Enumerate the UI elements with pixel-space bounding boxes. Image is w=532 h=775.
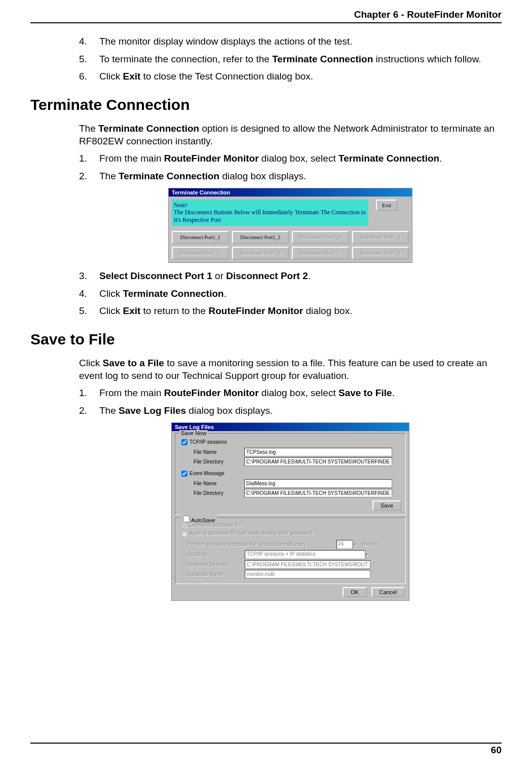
step-text: To terminate the connection, refer to th… xyxy=(99,53,481,66)
section1-steps-b: 3. Select Disconnect Port 1 or Disconnec… xyxy=(79,270,502,318)
disconnect-port-8: Disconnect Port1_8 xyxy=(352,247,409,259)
step-num: 1. xyxy=(79,152,99,165)
event-message-checkbox[interactable] xyxy=(181,471,187,477)
autosave-group: AutoSave Overwrite database file Append … xyxy=(175,517,406,584)
exit-button[interactable]: Exit xyxy=(376,200,397,211)
db-dir-input xyxy=(245,560,370,569)
tcp-filename-input[interactable] xyxy=(244,448,392,456)
step-text: Click Exit to close the Test Connection … xyxy=(99,70,313,83)
step-num: 6. xyxy=(79,70,99,83)
step-num: 2. xyxy=(79,170,99,183)
page-number: 60 xyxy=(491,745,502,755)
section2-intro: Click Save to a File to save a monitorin… xyxy=(79,357,502,382)
step-num: 4. xyxy=(79,35,99,48)
db-name-input xyxy=(245,570,370,578)
file-dir-label: File Directory xyxy=(179,459,244,464)
step-num: 1. xyxy=(79,387,99,400)
tcp-filedir-input[interactable] xyxy=(244,457,392,466)
save-now-group: Save Now TCP/IP sessions File Name File … xyxy=(175,433,406,515)
step-num: 3. xyxy=(79,270,99,283)
cancel-button[interactable]: Cancel xyxy=(371,587,405,597)
hours-label: hour(s) xyxy=(362,541,378,547)
event-filedir-input[interactable] xyxy=(244,489,392,497)
append-label: Append database file (will reset display… xyxy=(189,530,312,536)
disconnect-port-5: Disconnect Port1_5 xyxy=(172,247,229,259)
file-name-label: File Name xyxy=(179,449,244,455)
step-text: Click Exit to return to the RouteFinder … xyxy=(99,305,352,318)
step-text: The Terminate Connection dialog box disp… xyxy=(99,170,306,183)
step-text: The Save Log Files dialog box displays. xyxy=(99,405,273,417)
db-name-label: Database Name xyxy=(179,571,245,577)
section2-steps: 1. From the main RouteFinder Monitor dia… xyxy=(79,387,502,417)
append-radio xyxy=(182,531,187,537)
save-log-files-dialog: Save Log Files Save Now TCP/IP sessions … xyxy=(171,422,409,601)
disconnect-port-2[interactable]: Disconnect Port1_2 xyxy=(232,231,289,244)
ok-button[interactable]: OK xyxy=(343,587,367,597)
tcpip-label: TCP/IP sessions xyxy=(189,439,248,445)
file-name-label: File Name xyxy=(179,481,244,486)
file-dir-label: File Directory xyxy=(179,490,244,496)
terminate-connection-dialog: Terminate Connection Note! The Disconnec… xyxy=(168,188,412,263)
save-button[interactable]: Save xyxy=(372,500,401,511)
step-text: From the main RouteFinder Monitor dialog… xyxy=(99,387,395,400)
section-terminate-connection: Terminate Connection xyxy=(30,96,502,113)
group-legend: AutoSave xyxy=(179,514,217,524)
intro-steps: 4. The monitor display window displays t… xyxy=(79,35,502,83)
section1-steps-a: 1. From the main RouteFinder Monitor dia… xyxy=(79,152,502,182)
event-msg-label: Event Message xyxy=(189,471,248,476)
disconnect-port-7: Disconnect Port1_7 xyxy=(292,247,349,259)
step-num: 4. xyxy=(79,288,99,300)
step-num: 5. xyxy=(79,305,99,318)
section-save-to-file: Save to File xyxy=(30,331,502,348)
overwrite-radio xyxy=(182,523,187,529)
db-dir-label: Database Directory xyxy=(179,562,245,567)
disconnect-port-4: Disconnect Port1_4 xyxy=(352,231,409,244)
tcpip-sessions-checkbox[interactable] xyxy=(181,439,187,445)
step-text: Select Disconnect Port 1 or Disconnect P… xyxy=(99,270,311,283)
step-text: Click Terminate Connection. xyxy=(99,288,226,300)
hours-select: 24 xyxy=(336,540,353,549)
including-label: Including xyxy=(179,552,245,557)
autosave-checkbox[interactable] xyxy=(183,516,189,522)
disconnect-port-1[interactable]: Disconnect Port1_1 xyxy=(172,231,229,244)
including-select: TCP/IP sessions + IP statistics xyxy=(245,550,365,559)
event-filename-input[interactable] xyxy=(244,479,392,488)
disconnect-port-3: Disconnect Port1_3 xyxy=(292,231,349,244)
disconnect-port-6: Disconnect Port1_6 xyxy=(232,247,289,259)
section1-intro: The Terminate Connection option is desig… xyxy=(79,123,502,147)
dialog-note: Note! The Disconnect Buttons Below will … xyxy=(172,200,368,226)
step-text: The monitor display window displays the … xyxy=(99,35,353,48)
chapter-header: Chapter 6 - RouteFinder Monitor xyxy=(30,9,502,20)
perform-label: Perform autosave database file (access f… xyxy=(179,541,336,547)
dialog-title: Terminate Connection xyxy=(169,188,412,197)
step-text: From the main RouteFinder Monitor dialog… xyxy=(99,152,442,165)
step-num: 2. xyxy=(79,405,99,417)
group-legend: Save Now xyxy=(179,430,208,436)
step-num: 5. xyxy=(79,53,99,66)
